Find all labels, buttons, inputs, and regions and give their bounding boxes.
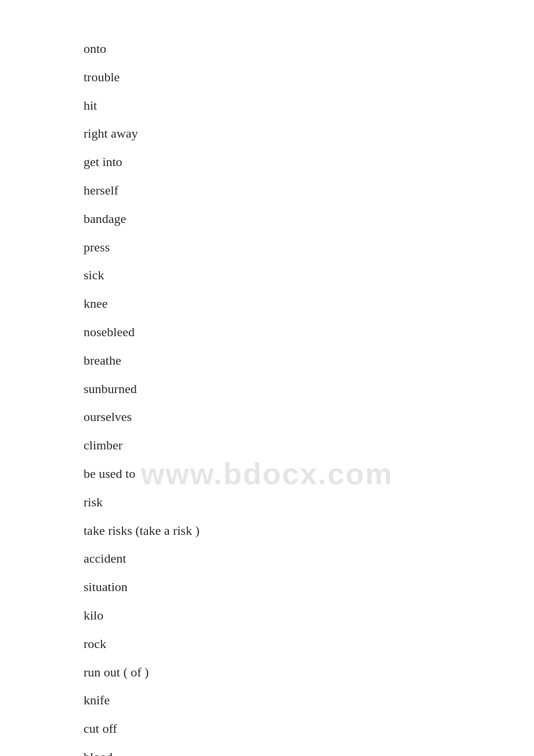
list-item: right away [84, 120, 534, 148]
list-item: get into [84, 148, 534, 177]
list-item: sunburned [84, 375, 534, 404]
list-item: accident [84, 545, 534, 573]
list-item: nosebleed [84, 318, 534, 347]
list-item: knee [84, 290, 534, 318]
list-item: onto [84, 35, 534, 63]
list-item: rock [84, 630, 534, 658]
list-item: herself [84, 177, 534, 205]
list-item: situation [84, 573, 534, 602]
list-item: run out ( of ) [84, 658, 534, 687]
list-item: trouble [84, 63, 534, 92]
list-item: climber [84, 431, 534, 460]
list-item: breathe [84, 347, 534, 375]
list-item: ourselves [84, 403, 534, 431]
list-item: take risks (take a risk ) [84, 517, 534, 545]
list-item: risk [84, 488, 534, 517]
list-item: cut off [84, 715, 534, 743]
list-item: hit [84, 92, 534, 120]
list-item: kilo [84, 602, 534, 630]
word-list: ontotroublehitright awayget intoherselfb… [0, 0, 534, 756]
list-item: press [84, 233, 534, 262]
list-item: bandage [84, 205, 534, 233]
list-item: be used to [84, 460, 534, 488]
list-item: blood [84, 743, 534, 756]
list-item: sick [84, 261, 534, 290]
list-item: knife [84, 686, 534, 715]
